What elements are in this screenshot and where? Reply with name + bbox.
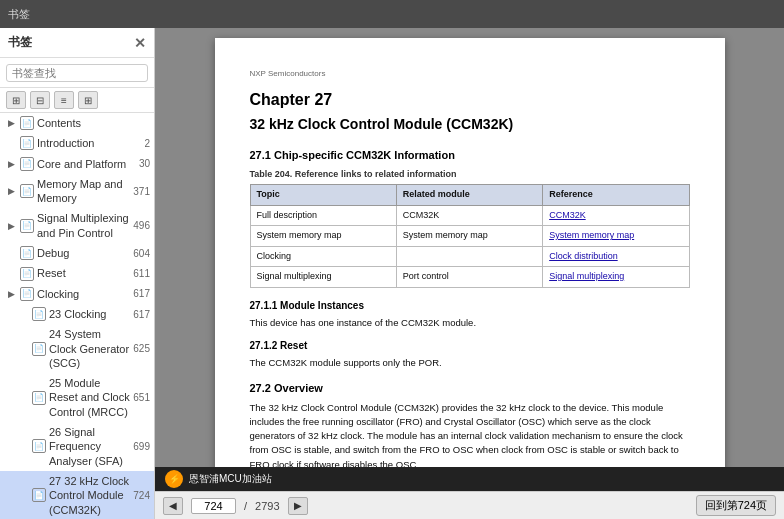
main-layout: 书签 ✕ ⊞ ⊟ ≡ ⊞ ▶📄Contents📄Introduction2▶📄C…: [0, 28, 784, 519]
sidebar-item[interactable]: 📄Debug604: [0, 243, 154, 263]
table-row: Clocking Clock distribution: [250, 246, 689, 267]
watermark-bar: ⚡ 恩智浦MCU加油站: [155, 467, 784, 491]
sidebar-item[interactable]: 📄25 Module Reset and Clock Control (MRCC…: [0, 373, 154, 422]
sidebar-item-page-number: 371: [133, 186, 150, 197]
sidebar-item-icon: 📄: [20, 246, 34, 260]
text-overview: The 32 kHz Clock Control Module (CCM32K)…: [250, 401, 690, 468]
sidebar-item-icon: 📄: [32, 307, 46, 321]
sidebar-item[interactable]: ▶📄Signal Multiplexing and Pin Control496: [0, 208, 154, 243]
table-cell-module: CCM32K: [396, 205, 542, 226]
sidebar-item[interactable]: ▶📄Core and Platform30: [0, 154, 154, 174]
page-total-label: /: [244, 500, 247, 512]
section-27-1-2: 27.1.2 Reset: [250, 338, 690, 353]
grid-view-button[interactable]: ⊞: [78, 91, 98, 109]
list-view-button[interactable]: ≡: [54, 91, 74, 109]
sidebar-item-page-number: 651: [133, 392, 150, 403]
sidebar-item[interactable]: 📄Reset611: [0, 263, 154, 283]
sidebar-search-input[interactable]: [6, 64, 148, 82]
table-cell-reference[interactable]: System memory map: [543, 226, 689, 247]
sidebar-item-expand-icon: ▶: [8, 159, 20, 169]
sidebar-item[interactable]: ▶📄Memory Map and Memory371: [0, 174, 154, 209]
sidebar-item-label: 27 32 kHz Clock Control Module (CCM32K): [49, 474, 131, 517]
table-cell-topic: System memory map: [250, 226, 396, 247]
sidebar-item-label: Core and Platform: [37, 157, 137, 171]
sidebar-item-page-number: 30: [139, 158, 150, 169]
table-204-caption: Table 204. Reference links to related in…: [250, 168, 690, 182]
sidebar-item[interactable]: 📄27 32 kHz Clock Control Module (CCM32K)…: [0, 471, 154, 519]
sidebar-item-page-number: 625: [133, 343, 150, 354]
sidebar-item-label: Clocking: [37, 287, 131, 301]
sidebar: 书签 ✕ ⊞ ⊟ ≡ ⊞ ▶📄Contents📄Introduction2▶📄C…: [0, 28, 155, 519]
sidebar-item-label: Contents: [37, 116, 150, 130]
sidebar-item[interactable]: 📄24 System Clock Generator (SCG)625: [0, 324, 154, 373]
collapse-all-button[interactable]: ⊟: [30, 91, 50, 109]
sidebar-item[interactable]: 📄26 Signal Frequency Analyser (SFA)699: [0, 422, 154, 471]
watermark-text: 恩智浦MCU加油站: [189, 472, 272, 486]
sidebar-item-page-number: 724: [133, 490, 150, 501]
sidebar-item-icon: 📄: [32, 439, 46, 453]
sidebar-item-icon: 📄: [20, 267, 34, 281]
table-cell-topic: Signal multiplexing: [250, 267, 396, 288]
sidebar-toolbar: ⊞ ⊟ ≡ ⊞: [0, 88, 154, 113]
watermark-icon: ⚡: [169, 474, 180, 484]
sidebar-item-icon: 📄: [20, 116, 34, 130]
sidebar-item[interactable]: ▶📄Contents: [0, 113, 154, 133]
sidebar-header: 书签 ✕: [0, 28, 154, 58]
chapter-number: Chapter 27: [250, 88, 690, 112]
sidebar-item-icon: 📄: [32, 342, 46, 356]
text-reset: The CCM32K module supports only the POR.: [250, 356, 690, 370]
sidebar-item-page-number: 496: [133, 220, 150, 231]
top-bar-title: 书签: [8, 7, 30, 22]
sidebar-item[interactable]: ▶📄Clocking617: [0, 284, 154, 304]
bottom-bar: ◀ / 2793 ▶ 回到第724页: [155, 491, 784, 519]
table-cell-reference[interactable]: Clock distribution: [543, 246, 689, 267]
table-row: Full description CCM32K CCM32K: [250, 205, 689, 226]
sidebar-item-expand-icon: ▶: [8, 289, 20, 299]
sidebar-item-icon: 📄: [20, 219, 34, 233]
expand-all-button[interactable]: ⊞: [6, 91, 26, 109]
sidebar-item-icon: 📄: [20, 287, 34, 301]
sidebar-item-label: Reset: [37, 266, 131, 280]
table-header-reference: Reference: [543, 185, 689, 206]
table-header-module: Related module: [396, 185, 542, 206]
nxp-header: NXP Semiconductors: [250, 68, 690, 80]
sidebar-item-page-number: 2: [144, 138, 150, 149]
sidebar-search-area: [0, 58, 154, 88]
pdf-page[interactable]: NXP Semiconductors Chapter 27 32 kHz Clo…: [155, 28, 784, 467]
table-cell-reference[interactable]: Signal multiplexing: [543, 267, 689, 288]
sidebar-item-label: Introduction: [37, 136, 142, 150]
sidebar-close-button[interactable]: ✕: [134, 35, 146, 51]
sidebar-item-icon: 📄: [32, 391, 46, 405]
table-header-topic: Topic: [250, 185, 396, 206]
text-instances: This device has one instance of the CCM3…: [250, 316, 690, 330]
page-document: NXP Semiconductors Chapter 27 32 kHz Clo…: [215, 38, 725, 467]
sidebar-item-expand-icon: ▶: [8, 118, 20, 128]
sidebar-item-expand-icon: ▶: [8, 186, 20, 196]
sidebar-item-label: 26 Signal Frequency Analyser (SFA): [49, 425, 131, 468]
sidebar-items-list: ▶📄Contents📄Introduction2▶📄Core and Platf…: [0, 113, 154, 519]
sidebar-item-page-number: 617: [133, 288, 150, 299]
table-row: System memory map System memory map Syst…: [250, 226, 689, 247]
top-bar: 书签: [0, 0, 784, 28]
sidebar-item-label: Debug: [37, 246, 131, 260]
table-row: Signal multiplexing Port control Signal …: [250, 267, 689, 288]
page-number-input[interactable]: [191, 498, 236, 514]
sidebar-item[interactable]: 📄23 Clocking617: [0, 304, 154, 324]
table-cell-module: Port control: [396, 267, 542, 288]
sidebar-title: 书签: [8, 34, 32, 51]
section-27-2-heading: 27.2 Overview: [250, 380, 690, 397]
next-page-button[interactable]: ▶: [288, 497, 308, 515]
sidebar-item-label: 23 Clocking: [49, 307, 131, 321]
sidebar-item[interactable]: 📄Introduction2: [0, 133, 154, 153]
sidebar-item-page-number: 617: [133, 309, 150, 320]
table-cell-reference[interactable]: CCM32K: [543, 205, 689, 226]
sidebar-item-label: 24 System Clock Generator (SCG): [49, 327, 131, 370]
goto-page-button[interactable]: 回到第724页: [696, 495, 776, 516]
sidebar-item-page-number: 699: [133, 441, 150, 452]
sidebar-item-expand-icon: ▶: [8, 221, 20, 231]
watermark-logo: ⚡: [165, 470, 183, 488]
sidebar-item-icon: 📄: [20, 157, 34, 171]
reference-table: Topic Related module Reference Full desc…: [250, 184, 690, 288]
prev-page-button[interactable]: ◀: [163, 497, 183, 515]
sidebar-item-label: Memory Map and Memory: [37, 177, 131, 206]
